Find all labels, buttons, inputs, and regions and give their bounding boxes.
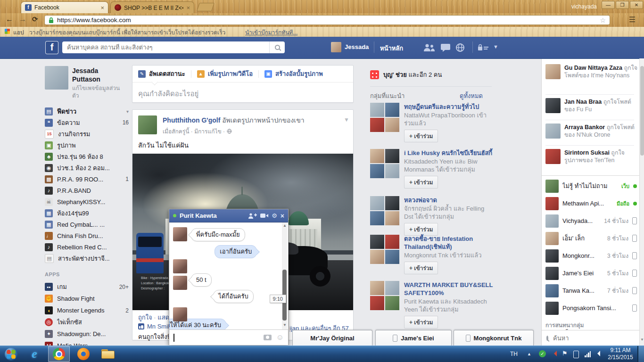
post-author-avatar[interactable] [138,115,157,134]
group-name-link[interactable]: i Like Husky คนรักไซบีเรียนฮัสกี้ [404,149,494,157]
join-group-button[interactable]: + เข้าร่วม [404,130,438,142]
join-group-button[interactable]: + เข้าร่วม [404,262,438,274]
chrome-menu-icon[interactable]: ☰ [629,15,636,24]
group-photo-collage[interactable] [370,196,399,225]
close-button[interactable]: ✕ [630,1,643,9]
group-photo-collage[interactable] [370,149,399,178]
chat-scrollbar[interactable]: ▲ ▼ [282,222,287,329]
sidebar-item-app[interactable]: ◎ไพ่เท็กซัส [45,316,129,328]
privacy-shortcuts-icon[interactable] [478,44,489,51]
sidebar-item-group[interactable]: ▤สาระพัดช่างปราจี... [45,253,129,264]
post-options-caret-icon[interactable]: ▼ [344,116,349,123]
sidebar-item-app[interactable]: ✊Shadow Fight [45,293,129,304]
tray-device-icon[interactable] [573,351,579,358]
chat-contact[interactable]: Methawin Api...มือถือ [545,195,637,212]
ticker-item[interactable]: Jan Naa Braa ถูกใจโพสต์ของ Fu Fu [545,98,638,113]
address-bar[interactable]: https://www.facebook.com ☆ [44,15,610,25]
maximize-button[interactable]: ❐ [616,1,629,9]
search-button[interactable] [269,41,285,53]
sidebar-item-group[interactable]: ▩P.R.A. 99 ROO...1 [45,173,129,185]
sidebar-item-events[interactable]: 15งานกิจกรรม [45,128,129,140]
bookmark-star-icon[interactable]: ☆ [600,16,606,24]
reload-button[interactable]: ⟳ [32,15,38,24]
minimize-button[interactable]: — [602,1,615,9]
import-bookmarks-link[interactable]: นำเข้าบุ๊กมาร์กทันที... [245,28,297,37]
group-name-link[interactable]: หลวงพ่อจาด [404,196,494,204]
back-button[interactable]: ← [6,15,13,24]
composer-tab-status[interactable]: ✎อัพเดตสถานะ [138,69,185,79]
settings-caret-icon[interactable]: ▼ [493,44,498,49]
profile-link[interactable]: Jessada [345,43,369,50]
apps-bookmark-label[interactable]: แอป [13,28,24,37]
new-tab-button[interactable] [197,3,215,11]
chat-contact[interactable]: Pongsakorn Tansi... [545,299,637,317]
sidebar-item-app[interactable]: ◖Monster Legends2 [45,304,129,316]
chat-popup-title[interactable]: Purit Kaewta [180,212,245,219]
scroll-up-caret-icon[interactable]: ▲ [283,223,287,228]
browser-tab-shop[interactable]: SHOP >>B E E M II Z<<[ข × [110,1,194,13]
page-scrollbar[interactable]: ▼ [639,58,644,346]
browser-tab-facebook[interactable]: f Facebook × [21,1,108,13]
home-link[interactable]: หน้าหลัก [380,43,403,53]
network-signal-icon[interactable] [585,351,591,357]
sidebar-item-group[interactable]: ♩China Fish Dru... [45,230,129,241]
chat-contact[interactable]: ไม่รู้ ทำไมไม่ถามเว็บ [545,177,637,195]
profile-avatar[interactable] [45,66,68,90]
sidebar-item-group[interactable]: ♪Rebellion Red C... [45,241,129,253]
apps-grid-icon[interactable] [5,29,10,34]
sidebar-item-group[interactable]: ♣ปรอ.รุ่น 96 ห้อง 8 [45,151,129,162]
chat-close-icon[interactable]: × [281,212,284,220]
sidebar-item-messages[interactable]: ❝ข้อความ16 [45,117,129,128]
taskbar-explorer-icon[interactable] [98,346,118,362]
scroll-down-caret-icon[interactable]: ▼ [283,323,287,327]
join-group-button[interactable]: + เข้าร่วม [404,176,438,189]
group-name-link[interactable]: WARZTH MARKET BUY&SELL SAFETY100% [404,281,494,297]
url-text[interactable]: https://www.facebook.com [57,16,131,24]
sidebar-item-group[interactable]: ☠StephanyKISSY... [45,196,129,207]
language-indicator[interactable]: TH [510,351,518,357]
chat-contact[interactable]: เอ็ม' เล็ก8 ชั่วโมง [545,230,637,247]
header-avatar[interactable] [331,42,341,52]
chat-options-gear-icon[interactable]: ⚙ [272,212,277,219]
tray-expand-caret-icon[interactable]: ▲ [527,352,531,356]
birthday-row[interactable]: บุญ' ช่วย และอีก 2 คน [370,70,442,80]
group-name-link[interactable]: ตลาดซื้อ-ขาย Infestation Thailand(เชิฟแท… [404,235,494,251]
sidebar-item-group[interactable]: ◉ปวช.1 ห้อง 2 คอม... [45,162,129,173]
ticker-item[interactable]: Arraya Bankor ถูกใจโพสต์ของ N'Nuk Orone [545,123,638,139]
group-photo-collage[interactable] [370,103,399,132]
chat-tab-mongkonrut[interactable]: Mongkonrut Tnk [454,330,534,346]
ticker-item[interactable]: Gu Daw Nittaya Zaza ถูกใจโพสต์ของ It'me … [545,64,638,79]
composer-input[interactable]: คุณกำลังคิดอะไรอยู่ [132,82,353,105]
newsfeed-sort-caret-icon[interactable]: ▾ [126,109,129,114]
emoji-smiley-icon[interactable]: ☺ [276,335,284,340]
notifications-globe-icon[interactable] [455,43,465,52]
post-author-link[interactable]: Phutthithon G'golf [163,116,220,124]
edit-profile-link[interactable]: แก้ไขเพจข้อมูลส่วนตัว [72,84,125,99]
join-group-button[interactable]: + เข้าร่วม [404,223,438,236]
taskbar-chrome-icon-active[interactable] [48,346,70,362]
tab-close-icon[interactable]: × [100,4,104,11]
like-link[interactable]: ถูกใจ [138,314,152,321]
chat-contact[interactable]: Mongkonr...3 ชั่วโมง [545,247,637,264]
forward-button[interactable]: → [19,15,26,24]
sidebar-item-group[interactable]: ▦Red CymbaL... ... [45,219,129,230]
sidebar-item-games[interactable]: ▪▪เกม20+ [45,281,129,293]
scroll-down-caret-icon[interactable]: ▼ [640,337,644,342]
sidebar-item-group[interactable]: ♪P.R.A.BAND [45,185,129,196]
taskbar-ie-icon[interactable]: e [25,346,44,362]
tray-update-icon[interactable]: ✓ [539,350,546,357]
sidebar-item-group[interactable]: ▦ห้อง14รุ่น99 [45,207,129,219]
profile-name[interactable]: Jessada Puttason [72,66,125,83]
chat-tab-mrjay[interactable]: Mr'Jay Öriginal [292,330,372,346]
friend-requests-icon[interactable] [423,43,435,52]
start-button[interactable] [1,346,21,362]
chat-contact[interactable]: Tanwa Ka...7 ชั่วโมง [545,282,637,299]
chat-search-input[interactable] [552,334,637,342]
chat-popup-header[interactable]: Purit Kaewta ⚙ × [169,209,288,222]
taskbar-firefox-icon[interactable] [74,346,93,362]
composer-tab-photo[interactable]: ▲เพิ่มรูปภาพ/วิดีโอ [197,69,253,79]
video-call-icon[interactable] [260,213,268,218]
composer-tab-album[interactable]: ▣สร้างอัลบั้มรูปภาพ [264,69,323,79]
ticker-item[interactable]: Sirintorn Suksai ถูกใจรูปภาพของ Ten'Ten [545,149,638,164]
group-photo-collage[interactable] [370,235,399,264]
